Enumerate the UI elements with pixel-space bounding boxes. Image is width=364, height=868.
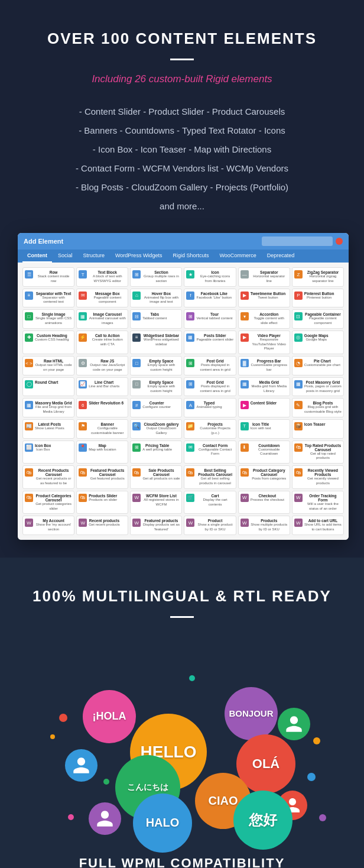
tab-rigid-shortcuts[interactable]: Rigid Shortcuts xyxy=(168,250,213,263)
tab-deprecated[interactable]: Deprecated xyxy=(262,250,300,263)
element-cell[interactable]: □ Single Image Single Image with CSS ani… xyxy=(22,309,74,329)
element-cell[interactable]: W Product Show a single product by ID or… xyxy=(184,516,236,535)
element-title: Empty Space xyxy=(142,380,180,384)
element-cell[interactable]: — Separator Horizontal separator line xyxy=(238,267,290,287)
tab-social[interactable]: Social xyxy=(53,250,77,263)
section2-divider xyxy=(170,616,194,618)
element-cell[interactable]: ◔ Pie Chart Customizable pie chart xyxy=(292,356,344,375)
element-cell[interactable]: W Add to cart URL Show URL to add items … xyxy=(292,516,344,535)
element-cell[interactable]: W Products Show multiple products by ID … xyxy=(238,516,290,535)
element-cell[interactable]: ◎ Google Maps Google Maps xyxy=(292,331,344,354)
section1-divider xyxy=(170,59,194,60)
element-cell[interactable]: ⊟ Tabs Tabbed content xyxy=(130,309,182,329)
element-cell[interactable]: ▾ Accordion Toggle content with slide ef… xyxy=(238,309,290,329)
element-cell[interactable]: W My Account Show the 'my account' secti… xyxy=(22,516,74,535)
element-title: Post Grid xyxy=(196,380,233,384)
element-cell[interactable]: 🛍 Featured Products Carousel Get feature… xyxy=(76,465,128,489)
element-cell[interactable]: ≡ Widgetised Sidebar WordPress widgetise… xyxy=(130,331,182,354)
element-cell[interactable]: ☰ Row Stack content inside row xyxy=(22,267,74,287)
element-desc: Customizable pie chart xyxy=(304,363,340,368)
element-info: Contact Form Configurable Contact Form xyxy=(196,443,233,457)
element-title: My Account xyxy=(35,519,72,523)
element-cell[interactable]: ⊞ Post Grid Posts displayed in content a… xyxy=(184,377,236,397)
element-cell[interactable]: ✉ Contact Form Configurable Contact Form xyxy=(184,441,236,464)
tab-woocommerce[interactable]: WooCommerce xyxy=(214,250,261,263)
element-info: Checkout Process the checkout xyxy=(251,494,284,503)
element-cell[interactable]: ✎ Blog Posts Blog posts grid with custom… xyxy=(292,398,344,417)
element-info: Icon Teaser xyxy=(304,422,326,426)
element-cell[interactable]: ⬜ Icon Box Icon Box xyxy=(22,441,74,464)
element-cell[interactable]: ★ Icon Eye-catching icons from libraries xyxy=(184,267,236,287)
element-cell[interactable]: 📦 Icon Teaser xyxy=(292,419,344,439)
element-cell[interactable]: □ Empty Space Empty space with custom he… xyxy=(130,377,182,397)
element-cell[interactable]: ▶ Video Player Responsive YouTube/Video … xyxy=(238,331,290,354)
element-icon: ⚡ xyxy=(79,333,87,342)
element-cell[interactable]: ≡ Separator with Text Separator with cen… xyxy=(22,289,74,308)
element-cell[interactable]: ▦ Posts Slider Pageable content slider xyxy=(184,331,236,354)
element-cell[interactable]: ▓ Progress Bar Customisable progress bar xyxy=(238,356,290,375)
element-cell[interactable]: ⊞ Pricing Table A well pricing table xyxy=(130,441,182,464)
element-cell[interactable]: 🛒 Cart Display the cart contents xyxy=(184,491,236,514)
element-icon: W xyxy=(186,519,194,527)
element-cell[interactable]: W Checkout Process the checkout xyxy=(238,491,290,514)
element-cell[interactable]: ⚙ Raw JS Output raw JavaScript code on y… xyxy=(76,356,128,375)
element-cell[interactable]: ▦ Media Grid Media grid from Media Libra… xyxy=(238,377,290,397)
element-icon: ⊞ xyxy=(186,380,194,388)
element-cell[interactable]: ⚡ Call to Action Create inline button wi… xyxy=(76,331,128,354)
tab-content[interactable]: Content xyxy=(22,250,52,263)
element-cell[interactable]: f Facebook Like Facebook 'Like' button xyxy=(184,289,236,308)
element-cell[interactable]: 📰 Latest Posts Show Latest Posts xyxy=(22,419,74,439)
element-info: Blog Posts Blog posts grid with customis… xyxy=(304,401,342,414)
element-cell[interactable]: ✚ Custom Heading Custom CSS heading xyxy=(22,331,74,354)
mockup-search-bar[interactable] xyxy=(262,237,333,246)
element-cell[interactable]: ✉ Message Box Pageable content component xyxy=(76,289,128,308)
element-cell[interactable]: 🛍 Products Slider Products on slider xyxy=(76,491,128,514)
element-desc: Customisable progress bar xyxy=(251,363,288,373)
element-cell[interactable]: ◯ Round Chart xyxy=(22,377,74,397)
element-cell[interactable]: Z ZigZag Separator Horizontal zigzag sep… xyxy=(292,267,344,287)
element-cell[interactable]: ⊞ Section Group multiple rows in section xyxy=(130,267,182,287)
element-cell[interactable]: T Text Block A block of text with WYSIWY… xyxy=(76,267,128,287)
element-cell[interactable]: 🛍 Product Category Carousel Posts from c… xyxy=(238,465,290,489)
element-cell[interactable]: 🛍 Product Categories Carousel Get produc… xyxy=(22,491,74,514)
element-cell[interactable]: 🛍 Recent Products Carousel Get recent pr… xyxy=(22,465,74,489)
element-cell[interactable]: □ Empty Space Empty space with custom he… xyxy=(130,356,182,375)
tab-structure[interactable]: Structure xyxy=(79,250,110,263)
element-cell[interactable]: W Featured products Display products set… xyxy=(130,516,182,535)
element-cell[interactable]: W WCFM Store List All registered stores … xyxy=(130,491,182,514)
element-info: Single Image Single Image with CSS anima… xyxy=(35,312,72,326)
element-cell[interactable]: P Pinterest Button Pinterest button xyxy=(292,289,344,308)
element-cell[interactable]: 🛍 Top Rated Products Carousel Get all to… xyxy=(292,441,344,464)
element-cell[interactable]: 6 Slider Revolution 6 xyxy=(76,398,128,417)
element-cell[interactable]: 🛍 Recently Viewed Products Get recently … xyxy=(292,465,344,489)
element-cell[interactable]: ⊞ Tour Vertical tabbed content xyxy=(184,309,236,329)
element-cell[interactable]: ⊞ Post Grid Posts displayed in content a… xyxy=(184,356,236,375)
element-icon: T xyxy=(240,422,249,430)
element-cell[interactable]: W Recent products Get recent products xyxy=(76,516,128,535)
element-cell[interactable]: T Icon Title Icon with text xyxy=(238,419,290,439)
element-cell[interactable]: ▦ Post Masonry Grid Posts, pages or cust… xyxy=(292,377,344,397)
element-cell[interactable]: ⚑ Banner Configurable customisable banne… xyxy=(76,419,128,439)
element-cell[interactable]: 📁 Projects Customise Projects (p.c.) xyxy=(184,419,236,439)
element-cell[interactable]: < > Raw HTML Output raw HTML code on you… xyxy=(22,356,74,375)
element-cell[interactable]: ▦ Image Carousel Animated carousel with … xyxy=(76,309,128,329)
element-cell[interactable]: 🛍 Best Selling Products Carousel Get all… xyxy=(184,465,236,489)
element-cell[interactable]: ⊡ Pageable Container Pageable content co… xyxy=(292,309,344,329)
element-cell[interactable]: 🛍 Sale Products Carousel Get all product… xyxy=(130,465,182,489)
element-cell[interactable]: ⬇ Countdown Customisable Countdown xyxy=(238,441,290,464)
element-cell[interactable]: 📈 Line Chart Line and Bar charts xyxy=(76,377,128,397)
element-cell[interactable]: # Counter Configure counter xyxy=(130,398,182,417)
element-title: Countdown xyxy=(251,443,288,448)
element-cell[interactable]: A Typed Animated typing xyxy=(184,398,236,417)
element-cell[interactable]: 📍 Map Map with location xyxy=(76,441,128,464)
element-cell[interactable]: ⌂ Hover Box Animated flip box with image… xyxy=(130,289,182,308)
element-cell[interactable]: ▦ Masonry Media Grid File and Drop grid … xyxy=(22,398,74,417)
tab-wp-widgets[interactable]: WordPress Widgets xyxy=(110,250,167,263)
element-info: Icon Eye-catching icons from libraries xyxy=(196,270,233,284)
mockup-close-button[interactable] xyxy=(336,238,343,245)
element-title: Section xyxy=(142,270,180,274)
element-cell[interactable]: ▶ Content Slider xyxy=(238,398,290,417)
element-cell[interactable]: W Order Tracking Form Will a user track … xyxy=(292,491,344,514)
element-cell[interactable]: 🔍 CloudZoom gallery Output CloudZoom Gal… xyxy=(130,419,182,439)
element-cell[interactable]: ▶ Tweetmeme Button Tweet button xyxy=(238,289,290,308)
